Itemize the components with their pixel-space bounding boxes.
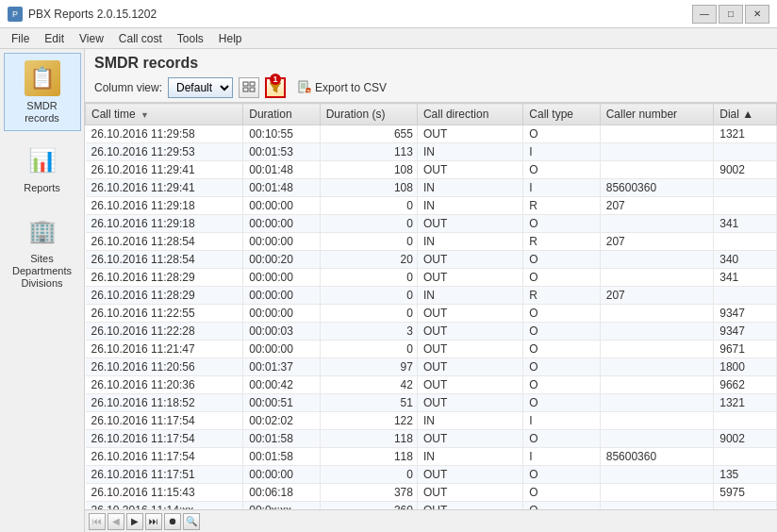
cell-duration-s: 0 (320, 215, 417, 233)
cell-dialed: 341 (714, 269, 777, 287)
cell-duration: 00:00:00 (243, 269, 320, 287)
nav-record-button[interactable]: ⏺ (164, 513, 181, 530)
cell-call-time: 26.10.2016 11:29:41 (86, 161, 243, 179)
data-table-container[interactable]: Call time ▼ Duration Duration (s) Call d… (85, 103, 777, 509)
cell-call-time: 26.10.2016 11:15:43 (86, 484, 243, 502)
maximize-button[interactable]: □ (719, 5, 743, 24)
cell-duration: 00:0x:xx (243, 502, 320, 510)
cell-duration: 00:01:48 (243, 161, 320, 179)
cell-call-direction: OUT (417, 161, 522, 179)
menu-view[interactable]: View (72, 30, 111, 47)
sidebar-item-reports[interactable]: Reports (4, 135, 81, 201)
table-row[interactable]: 26.10.2016 11:15:43 00:06:18 378 OUT O 5… (86, 484, 777, 502)
cell-caller-number (600, 341, 714, 358)
table-row[interactable]: 26.10.2016 11:21:47 00:00:00 0 OUT O 967… (86, 341, 777, 358)
table-row[interactable]: 26.10.2016 11:29:41 00:01:48 108 OUT O 9… (86, 161, 777, 179)
cell-call-type: O (523, 430, 600, 448)
cell-dialed: 9671 (714, 341, 777, 358)
table-row[interactable]: 26.10.2016 11:17:54 00:01:58 118 IN I 85… (86, 448, 777, 466)
col-duration-s[interactable]: Duration (s) (320, 104, 417, 125)
app-icon: P (8, 7, 23, 22)
table-row[interactable]: 26.10.2016 11:28:29 00:00:00 0 IN R 207 (86, 287, 777, 305)
cell-call-type: O (523, 341, 600, 358)
cell-duration: 00:00:42 (243, 376, 320, 394)
table-row[interactable]: 26.10.2016 11:29:18 00:00:00 0 OUT O 341 (86, 215, 777, 233)
cell-caller-number (600, 376, 714, 394)
cell-call-direction: OUT (417, 305, 522, 323)
cell-duration-s: 20 (320, 251, 417, 269)
sidebar-item-smdr[interactable]: SMDR records (4, 53, 81, 131)
table-row[interactable]: 26.10.2016 11:28:54 00:00:00 0 IN R 207 (86, 233, 777, 251)
svg-rect-3 (250, 88, 255, 91)
cell-call-direction: OUT (417, 269, 522, 287)
menu-edit[interactable]: Edit (37, 30, 72, 47)
table-row[interactable]: 26.10.2016 11:14:xx 00:0x:xx 360 OUT O (86, 502, 777, 510)
cell-call-direction: IN (417, 233, 522, 251)
cell-dialed: 340 (714, 251, 777, 269)
filter-button[interactable]: 1 (265, 77, 286, 98)
table-row[interactable]: 26.10.2016 11:29:58 00:10:55 655 OUT O 1… (86, 125, 777, 143)
export-csv-button[interactable]: CSV Export to CSV (291, 78, 392, 97)
close-button[interactable]: ✕ (745, 5, 769, 24)
col-duration[interactable]: Duration (243, 104, 320, 125)
menu-tools[interactable]: Tools (170, 30, 211, 47)
title-bar-left: P PBX Reports 2.0.15.1202 (8, 7, 157, 22)
nav-search-button[interactable]: 🔍 (183, 513, 200, 530)
table-row[interactable]: 26.10.2016 11:22:28 00:00:03 3 OUT O 934… (86, 323, 777, 341)
table-row[interactable]: 26.10.2016 11:28:29 00:00:00 0 OUT O 341 (86, 269, 777, 287)
table-row[interactable]: 26.10.2016 11:22:55 00:00:00 0 OUT O 934… (86, 305, 777, 323)
cell-dialed (714, 233, 777, 251)
col-caller-number[interactable]: Caller number (600, 104, 714, 125)
menu-help[interactable]: Help (211, 30, 250, 47)
cell-duration: 00:00:00 (243, 233, 320, 251)
cell-duration-s: 655 (320, 125, 417, 143)
cell-duration-s: 0 (320, 287, 417, 305)
cell-call-direction: OUT (417, 430, 522, 448)
cell-call-time: 26.10.2016 11:17:51 (86, 466, 243, 484)
title-bar: P PBX Reports 2.0.15.1202 — □ ✕ (0, 0, 777, 28)
reports-icon (24, 141, 61, 179)
status-bar: ⏮ ◀ ▶ ⏭ ⏺ 🔍 (85, 509, 777, 532)
sidebar: SMDR records Reports Sites Departments D… (0, 49, 85, 532)
page-title: SMDR records (94, 55, 768, 72)
table-row[interactable]: 26.10.2016 11:29:41 00:01:48 108 IN I 85… (86, 179, 777, 197)
col-call-direction[interactable]: Call direction (417, 104, 522, 125)
cell-caller-number (600, 358, 714, 376)
nav-first-button[interactable]: ⏮ (89, 513, 106, 530)
cell-dialed: 5975 (714, 484, 777, 502)
table-row[interactable]: 26.10.2016 11:20:36 00:00:42 42 OUT O 96… (86, 376, 777, 394)
cell-call-time: 26.10.2016 11:29:41 (86, 179, 243, 197)
table-row[interactable]: 26.10.2016 11:29:53 00:01:53 113 IN I (86, 143, 777, 161)
filter-badge: 1 (270, 74, 281, 85)
table-row[interactable]: 26.10.2016 11:28:54 00:00:20 20 OUT O 34… (86, 251, 777, 269)
table-row[interactable]: 26.10.2016 11:29:18 00:00:00 0 IN R 207 (86, 197, 777, 215)
cell-call-type: R (523, 197, 600, 215)
sidebar-item-sites[interactable]: Sites Departments Divisions (4, 206, 81, 297)
table-row[interactable]: 26.10.2016 11:17:51 00:00:00 0 OUT O 135 (86, 466, 777, 484)
nav-prev-button[interactable]: ◀ (107, 513, 124, 530)
table-row[interactable]: 26.10.2016 11:17:54 00:02:02 122 IN I (86, 412, 777, 430)
table-row[interactable]: 26.10.2016 11:17:54 00:01:58 118 OUT O 9… (86, 430, 777, 448)
sites-icon (24, 212, 61, 250)
cell-caller-number: 207 (600, 233, 714, 251)
cell-call-type: O (523, 161, 600, 179)
minimize-button[interactable]: — (692, 5, 717, 24)
menu-callcost[interactable]: Call cost (111, 30, 170, 47)
col-call-type[interactable]: Call type (523, 104, 600, 125)
col-dialed[interactable]: Dial ▲ (714, 104, 777, 125)
cell-caller-number (600, 143, 714, 161)
nav-last-button[interactable]: ⏭ (145, 513, 162, 530)
cell-call-direction: IN (417, 448, 522, 466)
menu-file[interactable]: File (4, 30, 37, 47)
table-row[interactable]: 26.10.2016 11:18:52 00:00:51 51 OUT O 13… (86, 394, 777, 412)
table-view-button[interactable] (239, 77, 259, 98)
col-call-time[interactable]: Call time ▼ (86, 104, 243, 125)
column-view-select[interactable]: Default (168, 77, 233, 98)
main-layout: SMDR records Reports Sites Departments D… (0, 49, 777, 532)
cell-call-type: O (523, 484, 600, 502)
cell-dialed: 135 (714, 466, 777, 484)
table-row[interactable]: 26.10.2016 11:20:56 00:01:37 97 OUT O 18… (86, 358, 777, 376)
cell-caller-number (600, 215, 714, 233)
nav-next-button[interactable]: ▶ (126, 513, 143, 530)
cell-caller-number (600, 502, 714, 510)
